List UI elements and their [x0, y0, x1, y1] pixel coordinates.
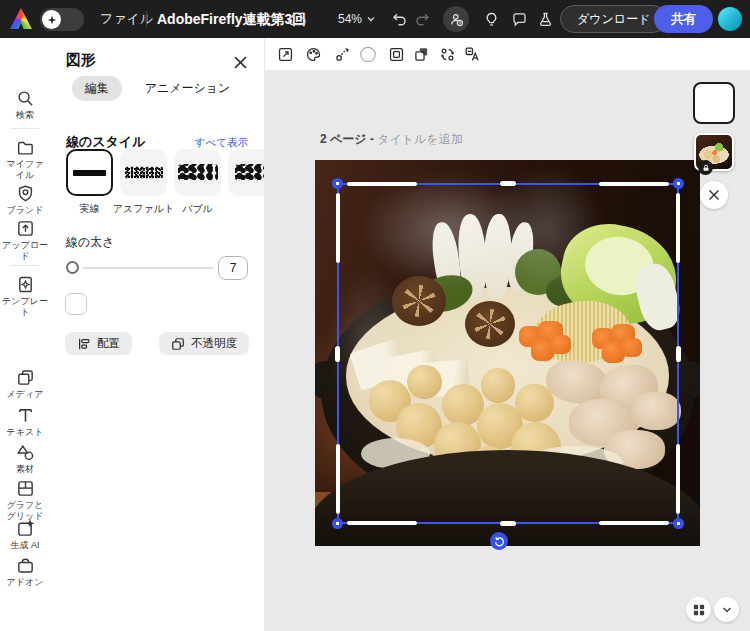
shapes-icon [16, 443, 35, 462]
shape-color-swatch[interactable] [65, 293, 87, 315]
crop-bracket [599, 521, 669, 525]
sidebar-item-charts-grids[interactable]: グラフとグリッド [0, 479, 50, 521]
media-icon [16, 368, 35, 387]
lock-badge [698, 160, 713, 175]
sidebar-item-add-ons[interactable]: アドオン [0, 556, 50, 588]
line-style-label: 実線 [66, 202, 113, 216]
share-button[interactable]: 共有 [654, 5, 713, 33]
top-bar: ファイル AdobeFirefly連載第3回 54% [0, 0, 750, 38]
resize-handle-top-left[interactable] [332, 178, 343, 189]
adobe-express-logo-icon[interactable] [10, 8, 32, 29]
line-style-label: バブル [174, 202, 221, 216]
search-icon [16, 89, 35, 108]
sidebar-item-my-files[interactable]: マイファイル [0, 138, 50, 180]
bubble-line-preview [178, 164, 218, 181]
show-all-link[interactable]: すべて表示 [195, 136, 248, 150]
page-number: 2 ページ - [320, 132, 374, 146]
tab-edit[interactable]: 編集 [72, 76, 122, 101]
line-style-bubble[interactable] [174, 149, 221, 196]
sparkle-icon [46, 14, 58, 26]
rail-divider [11, 265, 39, 266]
close-icon [708, 189, 720, 201]
add-ons-icon [16, 556, 35, 575]
shuffle-button[interactable] [438, 45, 456, 63]
page-label[interactable]: 2 ページ - タイトルを追加 [320, 131, 463, 148]
collapse-button[interactable] [714, 597, 739, 622]
resize-handle-bottom-right[interactable] [673, 518, 684, 529]
sidebar-item-media[interactable]: メディア [0, 368, 50, 400]
home-toggle[interactable] [40, 8, 84, 31]
ideas-button[interactable] [481, 9, 501, 29]
crop-bracket [347, 521, 417, 525]
upload-icon [16, 219, 35, 238]
line-width-slider-handle[interactable] [66, 261, 79, 274]
crop-bracket [676, 444, 680, 514]
page-title-placeholder[interactable]: タイトルを追加 [377, 132, 462, 146]
duplicate-style-button[interactable] [412, 45, 430, 63]
resize-handle-top-right[interactable] [673, 178, 684, 189]
line-style-solid[interactable] [66, 149, 113, 196]
undo-button[interactable] [390, 10, 408, 28]
comments-button[interactable] [509, 9, 529, 29]
document-title[interactable]: AdobeFirefly連載第3回 [157, 0, 306, 38]
avatar[interactable] [718, 7, 742, 31]
arrange-button[interactable]: 配置 [65, 332, 132, 355]
sidebar-item-brand[interactable]: ブランド [0, 184, 50, 216]
person-clock-icon [449, 12, 464, 27]
sidebar-item-text[interactable]: テキスト [0, 406, 50, 438]
topbar-separator [146, 11, 147, 27]
line-style-next[interactable] [228, 149, 265, 196]
selection-frame[interactable] [337, 183, 679, 524]
resize-handle-top[interactable] [500, 181, 516, 186]
arrange-icon [77, 337, 91, 351]
zoom-control[interactable]: 54% [338, 0, 376, 38]
rotate-icon [494, 536, 505, 547]
deselect-button[interactable] [700, 181, 728, 209]
solid-line-preview [73, 170, 106, 176]
sidebar-item-uploads[interactable]: アップロード [0, 219, 50, 261]
text-icon [16, 406, 35, 425]
sidebar-item-generative-ai[interactable]: 生成 AI [0, 519, 50, 551]
animate-button[interactable] [333, 45, 351, 63]
opacity-icon [171, 337, 185, 351]
translate-button[interactable] [463, 45, 481, 63]
line-style-preview [235, 164, 266, 181]
adobe-express-app: ファイル AdobeFirefly連載第3回 54% [0, 0, 750, 631]
sidebar-item-templates[interactable]: テンプレート [0, 275, 50, 317]
rotate-handle[interactable] [490, 532, 508, 550]
line-style-asphalt[interactable] [120, 149, 167, 196]
chevron-down-icon [721, 604, 733, 616]
generative-ai-icon [16, 519, 35, 538]
crop-bracket [347, 182, 417, 186]
folder-icon [16, 138, 35, 157]
shape-panel: 図形 編集 アニメーション 線のスタイル すべて表示 実線 アスファルト バブル… [50, 38, 265, 631]
resize-handle-right[interactable] [676, 346, 681, 362]
beta-lab-button[interactable] [535, 9, 555, 29]
resize-handle-bottom-left[interactable] [332, 518, 343, 529]
sidebar-item-elements[interactable]: 素材 [0, 443, 50, 475]
panel-tabs: 編集 アニメーション [50, 76, 265, 101]
contextual-toolbar [265, 38, 750, 70]
pages-grid-button[interactable] [686, 597, 711, 622]
download-button[interactable]: ダウンロード [560, 5, 667, 33]
opacity-button[interactable]: 不透明度 [159, 332, 249, 355]
panel-title: 図形 [66, 51, 96, 70]
resize-button[interactable] [276, 45, 294, 63]
cloud-sync-icon[interactable] [287, 10, 307, 28]
line-width-value[interactable]: 7 [218, 256, 248, 280]
resize-handle-left[interactable] [335, 346, 340, 362]
tab-animation[interactable]: アニメーション [132, 76, 244, 101]
resize-handle-bottom[interactable] [500, 521, 516, 526]
border-style-button[interactable] [387, 45, 405, 63]
page-thumbnail-1[interactable] [693, 82, 735, 124]
fill-color-swatch[interactable] [359, 45, 377, 63]
crop-bracket [599, 182, 669, 186]
line-width-slider-track[interactable] [83, 267, 213, 269]
schedule-button[interactable] [443, 6, 469, 32]
color-palette-button[interactable] [304, 45, 322, 63]
rail-divider [11, 128, 39, 129]
sidebar-item-search[interactable]: 検索 [0, 89, 50, 121]
redo-button[interactable] [414, 10, 432, 28]
panel-close-button[interactable] [230, 52, 250, 72]
close-icon [234, 56, 247, 69]
